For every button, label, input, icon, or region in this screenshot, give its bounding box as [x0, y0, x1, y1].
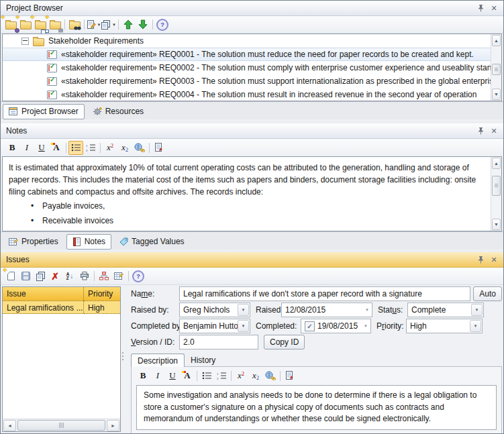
delete-icon[interactable]: ✗	[48, 270, 62, 283]
description-editor[interactable]: Some investigation and analysis needs to…	[136, 385, 497, 430]
tab-description[interactable]: Description	[131, 354, 185, 367]
tab-history[interactable]: History	[185, 354, 221, 366]
raised-by-combo[interactable]: Greg Nichols▼	[179, 303, 250, 317]
numbered-list-button[interactable]: 12	[214, 369, 229, 383]
font-color-button[interactable]: A	[180, 369, 195, 383]
close-icon[interactable]: ✕	[489, 3, 499, 13]
tree-vertical-scrollbar[interactable]: ▲ ▼	[491, 34, 501, 101]
hyperlink-globe-icon[interactable]	[132, 141, 147, 155]
notes-editor[interactable]: It is estimated that approximately 10% o…	[2, 156, 502, 231]
help-icon[interactable]: ?	[155, 18, 170, 32]
chevron-down-icon[interactable]: ▼	[238, 304, 249, 316]
toolbar-separator	[197, 371, 197, 381]
project-browser-toolbar: ✦ ✦ ✦ ✦ ▼ ▼	[1, 16, 503, 34]
insert-document-icon[interactable]	[152, 141, 166, 155]
help-icon[interactable]: ?	[131, 270, 146, 283]
tree-item-req0002[interactable]: «stakeholder requirement» REQ0002 - The …	[3, 61, 501, 74]
scroll-left-icon[interactable]: ◄	[3, 420, 16, 431]
copy-package-icon[interactable]: ▼	[101, 18, 116, 32]
find-in-project-browser-icon[interactable]	[67, 18, 82, 32]
bold-button[interactable]: B	[5, 141, 19, 155]
priority-combo[interactable]: High▼	[406, 319, 483, 333]
completed-date-field[interactable]: ✓19/08/2015▼	[301, 319, 371, 333]
column-header-issue[interactable]: Issue	[3, 287, 84, 301]
collapse-expander-icon[interactable]	[21, 38, 29, 45]
version-id-input[interactable]	[179, 335, 258, 349]
description-tabstrip: Description History	[131, 351, 502, 366]
tab-properties[interactable]: Properties	[3, 234, 64, 250]
bold-button[interactable]: B	[136, 369, 150, 383]
pin-icon[interactable]	[475, 125, 486, 136]
italic-button[interactable]: I	[19, 141, 34, 155]
tree-item-req0004[interactable]: «stakeholder requirement» REQ0004 - The …	[3, 88, 501, 101]
issues-titlebar: Issues ✕	[1, 252, 503, 268]
scroll-right-icon[interactable]: ►	[107, 420, 119, 431]
chevron-down-icon[interactable]: ▼	[238, 320, 249, 332]
column-header-priority[interactable]: Priority	[84, 287, 120, 301]
notes-panel: Notes ✕ B I U A 12 x2 x2	[1, 123, 503, 250]
generate-documentation-icon[interactable]: ▼	[87, 18, 101, 32]
new-issue-icon[interactable]: ✦	[3, 270, 18, 283]
superscript-button[interactable]: x2	[103, 141, 117, 155]
scroll-up-icon[interactable]: ▲	[492, 158, 501, 169]
scroll-up-icon[interactable]: ▲	[492, 35, 501, 46]
completed-checkbox[interactable]: ✓	[305, 321, 315, 331]
numbered-list-button[interactable]: 12	[83, 141, 98, 155]
chevron-down-icon[interactable]: ▼	[471, 304, 483, 316]
tree-item-req0001[interactable]: «stakeholder requirement» REQ0001 - The …	[3, 48, 501, 61]
dropdown-caret-icon[interactable]: ▼	[112, 23, 116, 27]
hyperlink-globe-icon[interactable]	[263, 369, 278, 383]
underline-button[interactable]: U	[34, 141, 49, 155]
scrollbar-thumb[interactable]	[17, 420, 105, 431]
insert-document-icon[interactable]	[283, 369, 297, 383]
issues-table-row[interactable]: Legal ramifications ... High	[3, 301, 120, 314]
bullet-list-button[interactable]	[199, 369, 214, 383]
chevron-down-icon[interactable]: ▼	[364, 324, 368, 328]
underline-button[interactable]: U	[165, 369, 180, 383]
issues-table-horizontal-scrollbar[interactable]: ◄ ►	[3, 419, 120, 431]
edit-properties-icon[interactable]	[111, 270, 126, 283]
scroll-down-icon[interactable]: ▼	[492, 89, 501, 100]
show-hierarchy-icon[interactable]	[97, 270, 111, 283]
chevron-down-icon[interactable]: ▼	[365, 308, 369, 312]
pin-icon[interactable]	[475, 254, 486, 265]
sort-az-icon[interactable]: AZ ↓	[62, 270, 77, 283]
bullet-list-button[interactable]	[68, 141, 83, 155]
close-icon[interactable]: ✕	[489, 254, 499, 265]
superscript-button[interactable]: x2	[234, 369, 248, 383]
dropdown-caret-icon[interactable]: ▼	[97, 23, 101, 27]
scroll-down-icon[interactable]: ▼	[492, 219, 501, 230]
save-icon[interactable]	[18, 270, 33, 283]
new-element-icon[interactable]: ✦	[48, 18, 62, 32]
chevron-down-icon[interactable]: ▼	[470, 320, 481, 332]
panel-title: Project Browser	[6, 3, 472, 13]
subscript-button[interactable]: x2	[117, 141, 132, 155]
name-input[interactable]	[179, 286, 470, 301]
tree-root-row[interactable]: Stakeholder Requirements	[3, 34, 501, 48]
description-format-toolbar: B I U A 12 x2 x2	[132, 367, 501, 384]
notes-vertical-scrollbar[interactable]: ▲ ▼	[491, 157, 501, 231]
splitter-handle[interactable]	[121, 352, 124, 360]
move-down-icon[interactable]	[136, 18, 150, 32]
raised-date-field[interactable]: 12/08/2015▼	[281, 303, 372, 317]
scrollbar-thumb[interactable]	[492, 176, 501, 196]
copy-id-button[interactable]: Copy ID	[264, 335, 305, 349]
pin-icon[interactable]	[475, 3, 486, 13]
tab-resources[interactable]: Resources	[87, 104, 150, 119]
subscript-button[interactable]: x2	[248, 369, 263, 383]
print-icon[interactable]	[77, 270, 92, 283]
auto-button[interactable]: Auto	[473, 286, 502, 301]
tab-project-browser[interactable]: Project Browser	[3, 104, 85, 119]
font-color-button[interactable]: A	[49, 141, 64, 155]
priority-label: Priority:	[376, 321, 406, 331]
tree-item-req0003[interactable]: «stakeholder requirement» REQ0003 - The …	[3, 74, 501, 88]
move-up-icon[interactable]	[121, 18, 136, 32]
tab-notes[interactable]: Notes	[66, 234, 111, 250]
italic-button[interactable]: I	[150, 369, 165, 383]
copy-icon[interactable]	[33, 270, 48, 283]
status-combo[interactable]: Complete▼	[407, 303, 484, 317]
tab-tagged-values[interactable]: Tagged Values	[113, 234, 191, 250]
completed-by-combo[interactable]: Benjamin Hutton▼	[179, 319, 250, 333]
close-icon[interactable]: ✕	[489, 125, 499, 136]
scrollbar-thumb[interactable]	[492, 64, 501, 75]
